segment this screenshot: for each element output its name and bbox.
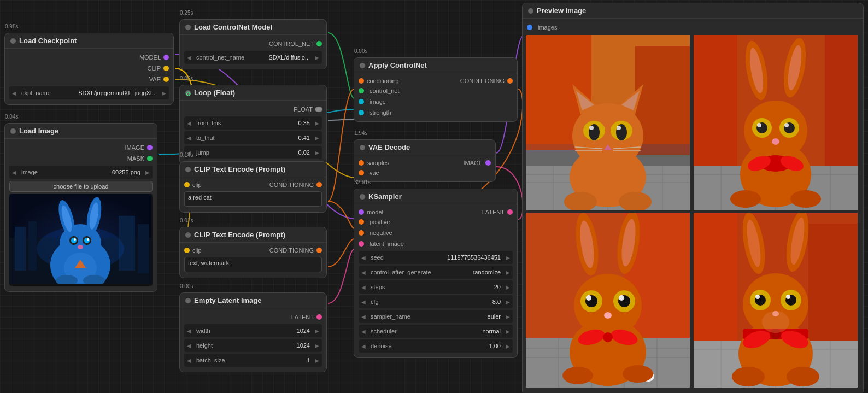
- arrow-left-icon[interactable]: ◀: [359, 343, 368, 349]
- port-conditioning-out-connector[interactable]: [507, 78, 513, 84]
- port-image-in-connector[interactable]: [359, 99, 364, 104]
- arrow-right-icon[interactable]: ▶: [159, 90, 169, 96]
- svg-point-105: [604, 312, 612, 319]
- node-body-load-controlnet: CONTROL_NET ◀ control_net_name SDXL/diff…: [180, 35, 326, 69]
- field-scheduler[interactable]: ◀ scheduler normal ▶: [359, 325, 513, 338]
- svg-rect-113: [694, 213, 737, 349]
- timing-clip1: 0.14s: [180, 152, 193, 158]
- port-image-in-apply: image: [354, 96, 517, 107]
- port-vae-connector[interactable]: [359, 170, 364, 175]
- node-load-controlnet: 0.25s Load ControlNet Model CONTROL_NET …: [179, 19, 327, 69]
- arrow-left-icon[interactable]: ◀: [359, 255, 368, 261]
- svg-point-75: [757, 123, 761, 127]
- node-status-dot: [10, 38, 16, 44]
- port-image-out-vae: IMAGE: [464, 160, 491, 166]
- arrow-left-icon[interactable]: ◀: [359, 299, 368, 305]
- field-cfg[interactable]: ◀ cfg 8.0 ▶: [359, 295, 513, 308]
- port-images-connector[interactable]: [527, 25, 532, 30]
- port-controlnet-in-connector[interactable]: [359, 88, 364, 93]
- arrow-right-icon[interactable]: ▶: [503, 299, 513, 305]
- port-image-connector[interactable]: [147, 145, 153, 150]
- arrow-right-icon[interactable]: ▶: [312, 328, 322, 334]
- arrow-right-icon[interactable]: ▶: [503, 314, 513, 320]
- port-float-connector[interactable]: [315, 107, 322, 112]
- node-status-dot: ♻: [185, 90, 191, 96]
- port-image-out-connector[interactable]: [485, 160, 491, 166]
- port-clip-connector[interactable]: [163, 66, 169, 71]
- port-clip2-in: clip: [184, 247, 202, 254]
- node-body-load-image: IMAGE MASK ◀ image 00255.png ▶ choose fi…: [5, 139, 157, 291]
- port-model-in-connector[interactable]: [359, 209, 364, 215]
- field-to-that[interactable]: ◀ to_that 0.41 ▶: [184, 131, 322, 144]
- arrow-left-icon[interactable]: ◀: [9, 90, 19, 96]
- arrow-left-icon[interactable]: ◀: [184, 55, 194, 61]
- field-width[interactable]: ◀ width 1024 ▶: [184, 324, 322, 337]
- port-clip-connector-left[interactable]: [184, 182, 190, 187]
- arrow-left-icon[interactable]: ◀: [184, 120, 194, 126]
- port-positive-in: positive: [354, 216, 517, 227]
- arrow-right-icon[interactable]: ▶: [312, 357, 322, 363]
- svg-point-37: [572, 103, 643, 169]
- field-image-file[interactable]: ◀ image 00255.png ▶: [9, 166, 153, 179]
- node-status-dot: [360, 194, 365, 200]
- svg-point-18: [87, 238, 89, 241]
- choose-file-button[interactable]: choose file to upload: [9, 181, 153, 192]
- port-conditioning2-connector[interactable]: [316, 248, 322, 253]
- field-height[interactable]: ◀ height 1024 ▶: [184, 339, 322, 352]
- port-samples-connector[interactable]: [359, 160, 364, 166]
- arrow-left-icon[interactable]: ◀: [184, 343, 194, 349]
- port-mask-connector[interactable]: [147, 156, 153, 161]
- arrow-right-icon[interactable]: ▶: [312, 343, 322, 349]
- port-clip2-connector-left[interactable]: [184, 248, 190, 253]
- port-vae-connector[interactable]: [163, 77, 169, 82]
- arrow-left-icon[interactable]: ◀: [184, 135, 194, 141]
- arrow-right-icon[interactable]: ▶: [143, 169, 153, 175]
- field-jump[interactable]: ◀ jump 0.02 ▶: [184, 146, 322, 159]
- port-image-out: IMAGE: [5, 142, 157, 153]
- clip2-text-input[interactable]: text, watermark: [184, 257, 322, 272]
- arrow-right-icon[interactable]: ▶: [503, 343, 513, 349]
- arrow-right-icon[interactable]: ▶: [312, 55, 322, 61]
- port-latent-out-connector[interactable]: [507, 209, 513, 215]
- node-body-apply-controlnet: conditioning CONDITIONING control_net im…: [354, 73, 517, 121]
- arrow-right-icon[interactable]: ▶: [312, 135, 322, 141]
- field-denoise[interactable]: ◀ denoise 1.00 ▶: [359, 339, 513, 353]
- arrow-left-icon[interactable]: ◀: [9, 169, 19, 175]
- field-control-after[interactable]: ◀ control_after_generate randomize ▶: [359, 266, 513, 279]
- arrow-left-icon[interactable]: ◀: [359, 284, 368, 290]
- port-positive-connector[interactable]: [359, 219, 364, 225]
- field-steps[interactable]: ◀ steps 20 ▶: [359, 280, 513, 294]
- arrow-right-icon[interactable]: ▶: [503, 269, 513, 275]
- node-header-load-controlnet: Load ControlNet Model: [180, 20, 326, 35]
- arrow-left-icon[interactable]: ◀: [359, 314, 368, 320]
- field-ckpt-name[interactable]: ◀ ckpt_name SDXL/juggernautXL_juggXI... …: [9, 86, 169, 99]
- clip1-text-input[interactable]: a red cat: [184, 191, 322, 207]
- arrow-left-icon[interactable]: ◀: [359, 329, 368, 335]
- arrow-left-icon[interactable]: ◀: [184, 328, 194, 334]
- arrow-right-icon[interactable]: ▶: [503, 284, 513, 290]
- port-negative-connector[interactable]: [359, 230, 364, 236]
- node-body-vae-decode: samples IMAGE vae: [354, 155, 495, 181]
- port-conditioning-in-connector[interactable]: [359, 78, 364, 84]
- port-model-connector[interactable]: [163, 55, 169, 60]
- field-batch-size[interactable]: ◀ batch_size 1 ▶: [184, 354, 322, 367]
- node-status-dot: [360, 63, 365, 68]
- field-seed[interactable]: ◀ seed 1119775536436451 ▶: [359, 251, 513, 264]
- arrow-left-icon[interactable]: ◀: [359, 269, 368, 275]
- svg-point-81: [771, 159, 780, 168]
- arrow-right-icon[interactable]: ▶: [503, 255, 513, 261]
- field-sampler-name[interactable]: ◀ sampler_name euler ▶: [359, 310, 513, 323]
- port-conditioning-connector[interactable]: [316, 182, 322, 187]
- port-strength-connector[interactable]: [359, 110, 364, 115]
- field-controlnet-name[interactable]: ◀ control_net_name SDXL/diffusio... ▶: [184, 51, 322, 64]
- port-float-out: FLOAT: [180, 104, 326, 115]
- port-latent-connector[interactable]: [316, 314, 322, 320]
- svg-rect-3: [28, 221, 37, 271]
- arrow-right-icon[interactable]: ▶: [503, 329, 513, 335]
- port-latent-image-connector[interactable]: [359, 241, 364, 247]
- field-from-this[interactable]: ◀ from_this 0.35 ▶: [184, 116, 322, 130]
- arrow-right-icon[interactable]: ▶: [312, 120, 322, 126]
- port-controlnet-connector[interactable]: [316, 41, 322, 46]
- arrow-left-icon[interactable]: ◀: [184, 357, 194, 363]
- arrow-right-icon[interactable]: ▶: [312, 150, 322, 156]
